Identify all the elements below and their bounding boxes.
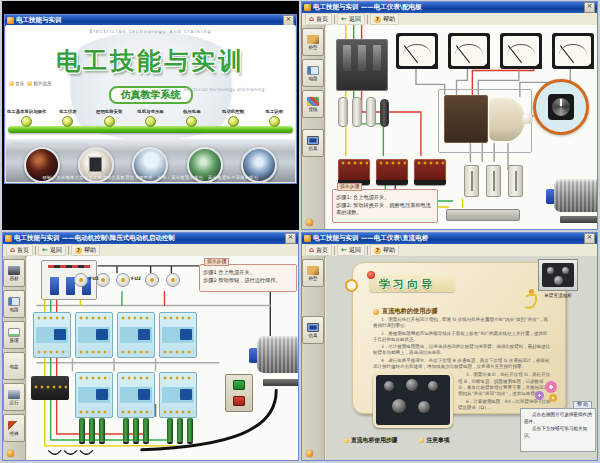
sidebar-item-simulation[interactable]: 仿真 (302, 316, 324, 344)
music-button[interactable]: 音乐 (9, 81, 24, 86)
home-button[interactable]: ⌂首页 (305, 244, 332, 256)
close-icon[interactable]: × (584, 233, 595, 244)
step-line: 步骤1: 合上电源开关。 (333, 194, 437, 202)
sidebar-label: 原理 (9, 338, 18, 343)
circuit-breaker[interactable] (336, 39, 388, 91)
bridge-photo (373, 372, 453, 428)
window-title: 电工技能与实训 ——电工仪表\直流电桥 (313, 233, 582, 244)
menu-item-lighting[interactable]: 照明电路安装 (89, 109, 130, 137)
guide-paragraph: 2．将被测电阻用粗而短的铜导线接于面板上标有“RX”的两接线柱上并拧紧，使其处于… (373, 331, 551, 344)
autotransformer-coils (123, 418, 149, 442)
monitor-icon (307, 136, 319, 145)
sidebar-item-repair[interactable]: 维修 (3, 414, 25, 442)
help-label: 帮助 (383, 246, 395, 255)
section-heading-row: 直流电桥的使用步骤 (373, 307, 438, 316)
music-icon[interactable] (7, 450, 14, 457)
sidebar-item-appearance[interactable]: 外型 (302, 28, 324, 56)
fuse-label: FU1 (89, 276, 99, 281)
menu-label: 电工识图 (266, 109, 284, 114)
device-thumbnail[interactable] (538, 259, 578, 291)
menu-label: 低压电器 (183, 109, 201, 114)
home-button[interactable]: ⌂首页 (305, 13, 332, 25)
link-usage-steps[interactable]: 直流电桥使用步骤 (344, 436, 397, 445)
stop-button[interactable] (233, 396, 245, 406)
transfer-switch[interactable] (444, 95, 488, 143)
menu-item-diagrams[interactable]: 电工识图 (254, 109, 295, 137)
menu-label: 照明电路安装 (96, 109, 122, 114)
app-subtitle: 仿真教学系统 (109, 86, 193, 104)
menu-node-icon[interactable] (21, 116, 32, 127)
menu-node-icon[interactable] (228, 116, 239, 127)
close-icon[interactable]: × (285, 233, 296, 244)
back-button[interactable]: ←返回 (337, 244, 365, 256)
fuse (145, 273, 159, 287)
sidebar-item-appearance[interactable]: 外型 (302, 259, 324, 287)
sidebar-item-circuit[interactable]: 电路 (302, 59, 324, 87)
fuse (166, 273, 180, 287)
help-button[interactable]: ?帮助 (71, 244, 100, 256)
sidebar-label: 电路 (308, 76, 317, 81)
sidebar-item-wiring[interactable]: 接线 (302, 90, 324, 118)
ring-decoration (345, 279, 358, 292)
motor (546, 177, 597, 223)
sidebar-item-panel[interactable]: 电盘 (3, 352, 25, 380)
sidebar-item-simulation[interactable]: 仿真 (302, 129, 324, 157)
menu-node-icon[interactable] (269, 116, 280, 127)
back-button[interactable]: ←返回 (38, 244, 66, 256)
music-icon[interactable] (306, 450, 313, 457)
section-heading: 直流电桥的使用步骤 (382, 307, 438, 316)
help-button[interactable]: ?帮助 (370, 244, 399, 256)
bullet-icon (344, 438, 349, 443)
help-label: 帮助 (383, 15, 395, 24)
thumbnail-label: 单臂直流电桥 (532, 293, 584, 298)
help-button[interactable]: ?帮助 (370, 13, 399, 25)
close-icon[interactable]: × (584, 2, 595, 13)
equipment-icon (8, 266, 20, 275)
menu-label: 电工基本常识与操作 (7, 109, 47, 114)
fuse (74, 273, 88, 287)
menu-node-icon[interactable] (62, 116, 73, 127)
home-button[interactable]: ⌂首页 (6, 244, 33, 256)
magnifier-detail (533, 79, 589, 135)
motor-body (554, 179, 597, 212)
fuse-holder (464, 165, 479, 197)
music-icon[interactable] (306, 219, 313, 226)
decoration-figure (521, 289, 535, 307)
menu-item-basics[interactable]: 电工基本常识与操作 (6, 109, 47, 137)
info-button[interactable]: 相关信息 (27, 81, 51, 86)
box-icon (307, 35, 319, 44)
wire-arcs (49, 451, 93, 454)
sidebar-item-equipment[interactable]: 器材 (3, 259, 25, 287)
toolbar-separator (35, 246, 36, 255)
menu-node-icon[interactable] (104, 116, 115, 127)
steps-tab: 操作步骤 (204, 258, 229, 266)
document-icon (8, 328, 20, 337)
fuse-holder (508, 165, 523, 197)
info-icon (27, 81, 32, 86)
back-icon: ← (341, 247, 347, 254)
sidebar-item-run[interactable]: 运行 (3, 383, 25, 411)
current-transformer (376, 159, 408, 185)
tools-icon (8, 421, 20, 430)
sidebar-item-principle[interactable]: 原理 (3, 321, 25, 349)
photo-band: Electrician technology and training 研制：大… (6, 139, 295, 182)
menu-node-icon[interactable] (145, 116, 156, 127)
menu-item-machines[interactable]: 电机与变压器 (130, 109, 171, 137)
switch-knob[interactable] (522, 113, 533, 124)
sidebar-label: 仿真 (308, 146, 317, 151)
menu-item-lowvoltage[interactable]: 低压电器 (171, 109, 212, 137)
menu-node-icon[interactable] (186, 116, 197, 127)
link-label: 注意事项 (426, 436, 449, 445)
back-button[interactable]: ←返回 (337, 13, 365, 25)
menu-item-motorcontrol[interactable]: 电动机控制 (212, 109, 253, 137)
home-icon: ⌂ (309, 16, 314, 23)
toolbar-separator (367, 246, 368, 255)
operation-steps-box: 操作步骤 步骤1 合上电源开关。 步骤2 按动按钮，进行运行操作。 (199, 264, 297, 292)
start-button[interactable] (233, 380, 245, 390)
utility-buttons: 音乐 相关信息 (9, 81, 52, 86)
step-line: 步骤2 按动按钮，进行运行操作。 (200, 277, 296, 285)
menu-item-instruments[interactable]: 电工仪表 (47, 109, 88, 137)
toolbar-separator (367, 15, 368, 24)
link-precautions[interactable]: 注意事项 (419, 436, 449, 445)
sidebar-item-circuit[interactable]: 电路 (3, 290, 25, 318)
